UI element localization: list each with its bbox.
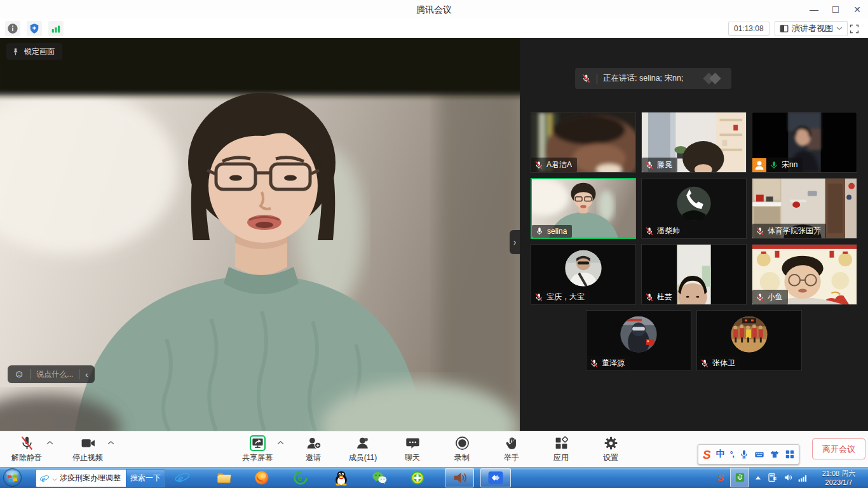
apps-button[interactable]: 应用	[546, 435, 576, 463]
quick-chat-bar[interactable]: ☺ 说点什么... ‹	[8, 365, 95, 383]
participant-nameplate: 杜芸	[642, 290, 677, 304]
meeting-content: 锁定画面 ☺ 说点什么... ‹ › 正在讲话: selina; 宋nn; A君…	[0, 38, 868, 431]
participant-tile[interactable]: 张体卫	[696, 310, 802, 371]
muted-mic-icon	[645, 227, 654, 236]
search-button[interactable]: 搜索一下	[126, 470, 165, 487]
participant-tile[interactable]: selina	[531, 178, 636, 239]
mic-options-chevron[interactable]	[46, 440, 53, 445]
participant-tile[interactable]: 董泽源	[586, 310, 691, 371]
taskbar-explorer-icon[interactable]	[214, 468, 235, 487]
start-button[interactable]	[3, 468, 22, 487]
network-quality-icon[interactable]	[48, 21, 64, 36]
ime-punctuation-icon[interactable]: °,	[730, 450, 734, 459]
ime-keyboard-icon[interactable]	[754, 449, 764, 459]
ime-toolbox-icon[interactable]	[785, 449, 795, 459]
chevron-down-icon[interactable]	[52, 473, 57, 484]
taskbar-qq-icon[interactable]	[330, 468, 352, 487]
close-button[interactable]: ✕	[846, 0, 868, 19]
tray-show-hidden-icon[interactable]	[755, 475, 761, 480]
participant-tile[interactable]: 宝庆，大宝	[531, 244, 636, 305]
fullscreen-icon	[849, 24, 860, 34]
chat-input-placeholder[interactable]: 说点什么...	[36, 369, 73, 380]
share-screen-icon	[250, 435, 266, 452]
participant-tile[interactable]: 杜芸	[641, 244, 747, 305]
view-mode-button[interactable]: 演讲者视图	[775, 21, 848, 36]
chat-button[interactable]: 聊天	[397, 435, 428, 463]
members-button[interactable]: 成员(11)	[348, 435, 378, 463]
participant-name: 宝庆，大宝	[546, 292, 585, 302]
settings-label: 设置	[603, 452, 618, 463]
chevron-down-icon	[836, 27, 843, 30]
taskbar-wechat-icon[interactable]	[369, 468, 390, 487]
panel-collapse-tab[interactable]: ›	[510, 230, 520, 254]
security-shield-icon[interactable]	[27, 21, 42, 36]
main-speaker-video[interactable]: 锁定画面 ☺ 说点什么... ‹ ›	[0, 38, 520, 431]
taskbar-tencent-meeting-icon[interactable]	[480, 468, 511, 487]
taskbar-firefox-icon[interactable]	[251, 468, 273, 487]
share-screen-button[interactable]: 共享屏幕	[242, 435, 273, 463]
taskbar-volume-window[interactable]	[445, 468, 474, 487]
active-speaker-banner: 正在讲话: selina; 宋nn;	[575, 68, 731, 89]
participant-name: 董泽源	[602, 358, 625, 369]
ie-icon: e	[39, 473, 50, 484]
window-controls: — ☐ ✕	[803, 0, 868, 19]
share-options-chevron[interactable]	[277, 440, 284, 445]
meeting-topbar: 01:13:08 演讲者视图	[0, 19, 868, 38]
ime-chinese-mode-icon[interactable]: 中	[716, 449, 725, 460]
participant-tile[interactable]: A君洁A	[531, 112, 636, 173]
tray-speaker-icon[interactable]	[783, 472, 794, 483]
taskbar-ie-icon[interactable]: e	[172, 468, 193, 487]
browser-search-deskband[interactable]: e 涉疫刑案办理调整 搜索一下	[36, 469, 165, 487]
unmute-button[interactable]: 解除静音	[11, 435, 42, 463]
pushpin-icon	[11, 48, 20, 56]
tray-usb-icon[interactable]	[730, 468, 749, 487]
muted-mic-icon	[700, 359, 709, 368]
participant-tile[interactable]: 潘柴帅	[641, 178, 747, 239]
muted-mic-icon	[581, 74, 591, 83]
invite-person-icon	[306, 435, 322, 452]
sogou-logo-icon[interactable]: S	[703, 449, 711, 461]
raise-hand-button[interactable]: 举手	[496, 435, 527, 463]
participant-nameplate: selina	[532, 225, 572, 238]
muted-mic-icon	[645, 293, 654, 302]
participant-nameplate: 滕冕	[642, 158, 677, 172]
taskbar-360-browser-icon[interactable]: e	[290, 468, 311, 487]
invite-button[interactable]: 邀请	[298, 435, 329, 463]
record-button[interactable]: 录制	[447, 435, 477, 463]
tray-clock[interactable]: 21:08 周六 2023/1/7	[813, 469, 864, 487]
participant-tile[interactable]: 体育学院张国芳	[752, 178, 857, 239]
tray-power-plug-icon[interactable]	[767, 472, 778, 483]
pin-view-button[interactable]: 锁定画面	[6, 43, 62, 60]
ime-skin-icon[interactable]	[770, 449, 780, 459]
video-options-chevron[interactable]	[107, 440, 114, 445]
participant-name: 杜芸	[657, 292, 672, 302]
taskbar-360-safe-icon[interactable]	[407, 468, 428, 487]
raise-hand-icon	[504, 435, 520, 452]
tray-network-signal-icon[interactable]	[797, 472, 808, 483]
settings-button[interactable]: 设置	[595, 435, 626, 463]
participant-tile[interactable]: 宋nn	[752, 112, 857, 173]
emoji-icon[interactable]: ☺	[14, 369, 24, 379]
meeting-info-icon[interactable]	[5, 21, 20, 36]
leave-meeting-button[interactable]: 离开会议	[812, 438, 865, 459]
browser-tab-area[interactable]: e 涉疫刑案办理调整	[36, 470, 126, 487]
participant-nameplate: 小鱼	[752, 290, 788, 304]
participant-name: 小鱼	[768, 292, 783, 302]
fullscreen-button[interactable]	[847, 22, 861, 36]
svg-text:e: e	[297, 473, 302, 483]
maximize-button[interactable]: ☐	[825, 0, 846, 19]
toolbar-left-group: 解除静音 停止视频	[11, 435, 103, 463]
chat-collapse-arrow[interactable]: ‹	[85, 370, 88, 379]
participant-tile[interactable]: 小鱼	[752, 244, 857, 305]
ime-mic-icon[interactable]	[739, 449, 749, 459]
participant-name: 宋nn	[782, 159, 797, 170]
participant-name: 张体卫	[712, 358, 735, 369]
record-icon	[454, 435, 470, 452]
stop-video-button[interactable]: 停止视频	[72, 435, 103, 463]
participant-tile[interactable]: 滕冕	[641, 112, 747, 173]
tray-sogou-icon[interactable]: S	[717, 472, 724, 483]
browser-tab-title[interactable]: 涉疫刑案办理调整	[60, 473, 121, 484]
meeting-watermark-logo	[703, 72, 725, 85]
svg-text:e: e	[42, 474, 46, 483]
minimize-button[interactable]: —	[803, 0, 825, 19]
